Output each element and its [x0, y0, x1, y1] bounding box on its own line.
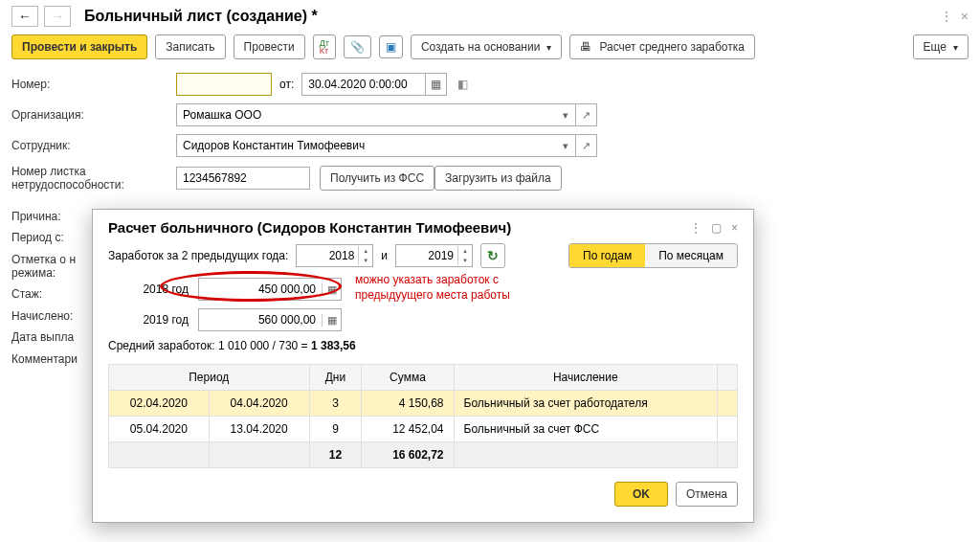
- load-from-file-button[interactable]: Загрузить из файла: [434, 166, 562, 191]
- field-label-listno: Номер листка нетрудоспособности:: [11, 165, 176, 192]
- calc-icon[interactable]: ▦: [322, 283, 341, 296]
- and-label: и: [381, 249, 388, 262]
- post-button[interactable]: Провести: [234, 34, 305, 59]
- save-button[interactable]: Записать: [155, 34, 225, 59]
- field-label-number: Номер:: [11, 78, 176, 91]
- calc-icon[interactable]: ▦: [322, 314, 341, 327]
- amount-2019-input[interactable]: 560 000,00 ▦: [198, 308, 342, 331]
- from-label: от:: [279, 78, 294, 91]
- field-label-org: Организация:: [11, 108, 176, 122]
- avg-calc-button[interactable]: Расчет среднего заработка: [569, 34, 755, 59]
- kebab-icon[interactable]: ⋮: [940, 9, 953, 24]
- number-input[interactable]: [176, 73, 272, 96]
- year-2018-label: 2018 год: [129, 282, 189, 296]
- printer-icon: [580, 40, 595, 54]
- th-sum: Сумма: [362, 365, 454, 373]
- listno-input[interactable]: 1234567892: [176, 167, 310, 190]
- year-a-input[interactable]: 2018 ▲▼: [296, 244, 373, 267]
- calendar-icon[interactable]: ▦: [426, 73, 447, 96]
- toggle-by-months[interactable]: По месяцам: [645, 244, 737, 267]
- earnings-label: Заработок за 2 предыдущих года:: [108, 249, 288, 262]
- extra-action-icon[interactable]: ◧: [453, 75, 472, 94]
- date-input[interactable]: 30.04.2020 0:00:00: [301, 73, 426, 96]
- emp-open-icon[interactable]: ↗: [576, 134, 597, 157]
- create-based-button[interactable]: Создать на основании: [411, 34, 563, 59]
- spin-up-icon[interactable]: ▲: [458, 246, 472, 256]
- attach-button[interactable]: 📎: [344, 35, 371, 58]
- post-and-close-button[interactable]: Провести и закрыть: [11, 34, 147, 59]
- modal-kebab-icon[interactable]: ⋮: [690, 221, 702, 235]
- refresh-button[interactable]: ↻: [480, 243, 505, 268]
- emp-dropdown-icon[interactable]: ▾: [555, 134, 576, 157]
- structure-button[interactable]: ▣: [379, 35, 403, 58]
- amount-2018-input[interactable]: 450 000,00 ▦: [198, 278, 342, 301]
- spin-down-icon[interactable]: ▼: [458, 256, 472, 265]
- field-label-emp: Сотрудник:: [11, 139, 176, 152]
- modal-title: Расчет больничного (Сидоров Константин Т…: [108, 219, 690, 236]
- emp-input[interactable]: Сидоров Константин Тимофеевич: [176, 134, 555, 157]
- org-input[interactable]: Ромашка ООО: [176, 103, 555, 126]
- th-accrual: Начисление: [454, 365, 717, 373]
- close-icon[interactable]: ×: [961, 9, 969, 24]
- get-from-fss-button[interactable]: Получить из ФСС: [320, 166, 434, 191]
- calc-modal: Расчет больничного (Сидоров Константин Т…: [92, 209, 754, 373]
- modal-maximize-icon[interactable]: ▢: [711, 221, 722, 235]
- org-open-icon[interactable]: ↗: [576, 103, 597, 126]
- spin-down-icon[interactable]: ▼: [359, 256, 372, 265]
- nav-forward-button[interactable]: →: [44, 6, 71, 27]
- nav-back-button[interactable]: ←: [11, 6, 38, 27]
- modal-close-icon[interactable]: ×: [731, 221, 738, 235]
- th-days: Дни: [309, 365, 362, 373]
- calc-table: Период Дни Сумма Начисление 02.04.2020 0…: [108, 364, 738, 373]
- org-dropdown-icon[interactable]: ▾: [555, 103, 576, 126]
- page-title: Больничный лист (создание) *: [84, 8, 934, 25]
- average-earnings-text: Средний заработок: 1 010 000 / 730 = 1 3…: [108, 339, 738, 352]
- more-button[interactable]: Еще: [913, 34, 969, 59]
- year-b-input[interactable]: 2019 ▲▼: [395, 244, 473, 267]
- th-period: Период: [109, 365, 310, 373]
- dt-kt-button[interactable]: ДтКт: [313, 34, 336, 59]
- view-toggle: По годам По месяцам: [568, 243, 738, 268]
- toggle-by-years[interactable]: По годам: [569, 244, 645, 267]
- spin-up-icon[interactable]: ▲: [359, 246, 372, 256]
- year-2019-label: 2019 год: [129, 313, 189, 327]
